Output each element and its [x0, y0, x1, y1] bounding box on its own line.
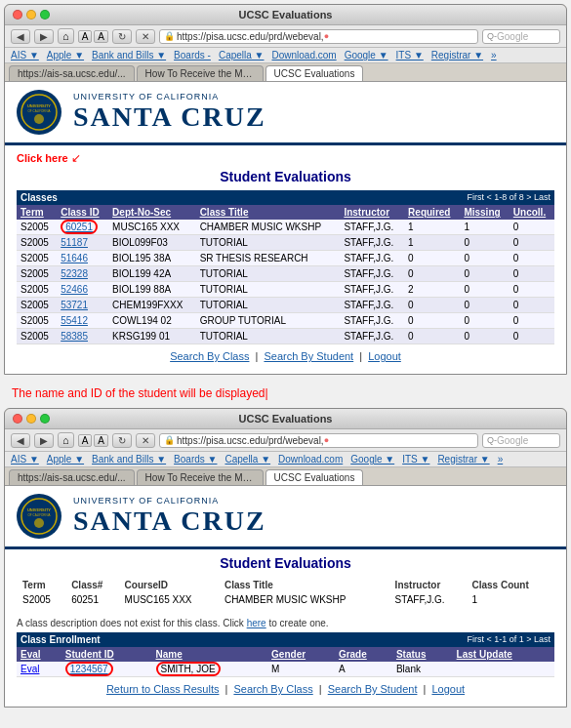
bookmark-boards[interactable]: Boards - — [174, 50, 211, 61]
section-title-2: Student Evaluations — [17, 555, 554, 571]
bookmark-bank[interactable]: Bank and Bills ▼ — [92, 50, 166, 61]
bookmark-its-2[interactable]: ITS ▼ — [402, 454, 429, 465]
row-missing: 0 — [460, 251, 509, 266]
font-decrease-button-2[interactable]: A — [78, 434, 93, 447]
logout-link-1[interactable]: Logout — [368, 350, 401, 362]
logout-link-2[interactable]: Logout — [431, 683, 465, 695]
search-by-student-link-2[interactable]: Search By Student — [328, 683, 418, 695]
row-missing: 0 — [460, 266, 509, 282]
bookmark-download[interactable]: Download.com — [272, 50, 337, 61]
search-by-class-link-1[interactable]: Search By Class — [170, 350, 249, 362]
stop-button-2[interactable]: ✕ — [136, 433, 155, 448]
tab-evaluations-2[interactable]: UCSC Evaluations — [265, 469, 364, 485]
row-title: TUTORIAL — [196, 298, 341, 313]
refresh-button-2[interactable]: ↻ — [112, 433, 132, 448]
table-row: S2005 52328 BIOL199 42A TUTORIAL STAFF,J… — [17, 266, 554, 282]
col-gender: Gender — [267, 647, 335, 662]
minimize-button-2[interactable] — [26, 414, 36, 424]
row-dept: BIOL099F03 — [108, 235, 196, 251]
class-id-link[interactable]: 55412 — [61, 315, 88, 326]
svg-text:OF CALIFORNIA: OF CALIFORNIA — [27, 109, 50, 113]
home-button-2[interactable]: ⌂ — [58, 432, 74, 448]
tab-ais[interactable]: https://ais-sa.ucsc.edu/... — [9, 65, 135, 81]
address-bar-2[interactable]: 🔒 https://pisa.ucsc.edu/prd/webeval, ● — [159, 433, 478, 448]
bookmark-download-2[interactable]: Download.com — [278, 454, 343, 465]
minimize-button[interactable] — [26, 10, 36, 20]
bookmark-more-2[interactable]: » — [498, 454, 504, 465]
bookmark-capella[interactable]: Capella ▼ — [219, 50, 265, 61]
row-required: 2 — [404, 282, 460, 298]
bookmark-bank-2[interactable]: Bank and Bills ▼ — [92, 454, 166, 465]
tab-howto[interactable]: How To Receive the Mat... — [137, 65, 264, 81]
bookmark-registrar-2[interactable]: Registrar ▼ — [437, 454, 489, 465]
row-title: TUTORIAL — [196, 266, 341, 282]
forward-button-2[interactable]: ▶ — [34, 433, 54, 448]
bookmark-more[interactable]: » — [491, 50, 497, 61]
refresh-button[interactable]: ↻ — [112, 29, 132, 44]
close-button[interactable] — [13, 10, 22, 20]
row-title: SR THESIS RESEARCH — [196, 251, 341, 266]
row-missing: 0 — [460, 329, 509, 344]
font-increase-button-2[interactable]: A — [94, 434, 108, 447]
click-here-label[interactable]: Click here — [17, 152, 68, 164]
row-title: TUTORIAL — [196, 282, 341, 298]
tab-ais-2[interactable]: https://ais-sa.ucsc.edu/... — [9, 469, 135, 485]
bookmark-apple[interactable]: Apple ▼ — [47, 50, 84, 61]
bookmark-ais-2[interactable]: AIS ▼ — [11, 454, 39, 465]
svg-text:UNIVERSITY: UNIVERSITY — [27, 103, 51, 108]
maximize-button-2[interactable] — [40, 414, 50, 424]
search-bar[interactable]: Q- Google — [482, 29, 560, 44]
enrollment-status: Blank — [392, 662, 453, 677]
class-id-link[interactable]: 58385 — [61, 331, 88, 342]
col-uncoll: Uncoll. — [510, 205, 554, 220]
forward-button[interactable]: ▶ — [34, 29, 54, 44]
search-by-student-link-1[interactable]: Search By Student — [264, 350, 353, 362]
bookmark-google[interactable]: Google ▼ — [345, 50, 388, 61]
tab-evaluations[interactable]: UCSC Evaluations — [265, 65, 364, 81]
back-button[interactable]: ◀ — [11, 29, 30, 44]
class-id-link[interactable]: 51187 — [61, 237, 88, 248]
row-classid: 58385 — [57, 329, 108, 344]
return-to-class-link[interactable]: Return to Class Results — [106, 683, 220, 695]
bookmark-capella-2[interactable]: Capella ▼ — [224, 454, 270, 465]
bookmark-ais[interactable]: AIS ▼ — [11, 50, 39, 61]
search-placeholder: Google — [497, 31, 528, 42]
bookmark-registrar[interactable]: Registrar ▼ — [431, 50, 483, 61]
row-title: CHAMBER MUSIC WKSHP — [196, 220, 341, 235]
close-button-2[interactable] — [13, 414, 22, 424]
class-id-link[interactable]: 52328 — [61, 268, 88, 279]
row-title: TUTORIAL — [196, 329, 341, 344]
ssl-lock-icon-2: 🔒 — [164, 435, 175, 445]
font-increase-button[interactable]: A — [94, 30, 108, 43]
col-required: Required — [404, 205, 460, 220]
class-id-link[interactable]: 51646 — [61, 253, 88, 263]
bookmark-its[interactable]: ITS ▼ — [396, 50, 424, 61]
create-desc-link[interactable]: here — [247, 618, 266, 628]
eval-link[interactable]: Eval — [20, 664, 39, 674]
bookmark-boards-2[interactable]: Boards ▼ — [174, 454, 217, 465]
enrollment-header: Class Enrollment First < 1-1 of 1 > Last — [17, 632, 554, 647]
maximize-button[interactable] — [40, 10, 50, 20]
ucsc-title-2: SANTA CRUZ — [73, 506, 266, 537]
back-button-2[interactable]: ◀ — [11, 433, 30, 448]
col-term-2: Term — [19, 579, 65, 591]
class-id-link[interactable]: 53721 — [61, 300, 88, 310]
tab-howto-2[interactable]: How To Receive the Mat... — [137, 469, 264, 485]
row-required: 0 — [404, 313, 460, 329]
row-term: S2005 — [17, 235, 57, 251]
enrollment-pagination: First < 1-1 of 1 > Last — [467, 634, 551, 644]
row-title: TUTORIAL — [196, 235, 341, 251]
class-id-link[interactable]: 60251 — [61, 220, 98, 234]
address-bar[interactable]: 🔒 https://pisa.ucsc.edu/prd/webeval, ● — [159, 29, 478, 44]
bookmark-google-2[interactable]: Google ▼ — [350, 454, 394, 465]
col-grade: Grade — [335, 647, 392, 662]
ucsc-subtitle: UNIVERSITY OF CALIFORNIA — [73, 92, 266, 101]
font-decrease-button[interactable]: A — [78, 30, 93, 43]
search-bar-2[interactable]: Q- Google — [482, 433, 560, 448]
favicon: ● — [324, 31, 329, 41]
stop-button[interactable]: ✕ — [136, 29, 155, 44]
bookmark-apple-2[interactable]: Apple ▼ — [47, 454, 84, 465]
search-by-class-link-2[interactable]: Search By Class — [233, 683, 312, 695]
class-id-link[interactable]: 52466 — [61, 284, 88, 295]
home-button[interactable]: ⌂ — [58, 28, 74, 44]
